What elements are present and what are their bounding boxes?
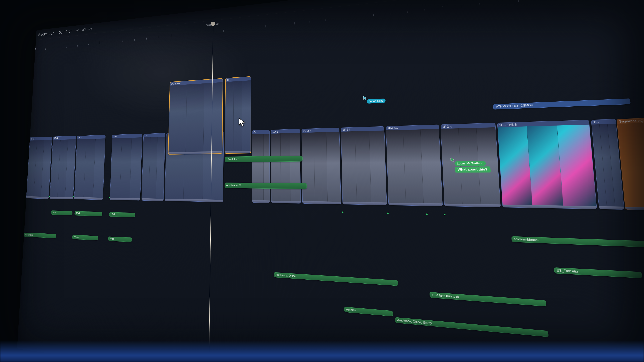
audio-clip[interactable]: 1F-4 luke bursts th [429,292,546,306]
svg-rect-5 [88,29,92,30]
collab-cursor-jacob: Jacob Elias [363,96,367,100]
video-clip[interactable]: 1F-4 [225,76,251,153]
audio-clip[interactable]: Ambience [24,232,56,238]
svg-rect-1 [78,29,79,31]
video-clip[interactable]: 1F-4 [50,136,76,199]
audio-clip[interactable]: 1F-4 [74,211,102,216]
audio-clip[interactable]: Ambience, Office, [274,272,398,286]
svg-rect-3 [84,28,85,30]
video-clip[interactable]: 1F-4 [74,135,106,200]
video-clip[interactable]: 1F-2 lu [440,123,500,207]
clip-connect-icon[interactable] [82,27,86,32]
clip-duration: 00:00:05 [59,29,72,35]
clip-label: 1F- [591,119,616,124]
clip-label: O- [252,130,270,134]
svg-rect-0 [76,30,77,31]
video-clip[interactable]: 1L-1 THE B [497,120,597,209]
video-clip[interactable]: 1F- [142,133,165,201]
collab-name: Jacob Elias [366,98,386,104]
video-clip[interactable]: 1O-2 h [301,128,341,204]
audio-clip[interactable]: sci-fi-ambience- [511,236,644,248]
timeline-view-buttons [76,26,93,32]
clip-label: Sequence HQ - Downtown Long Be [617,111,644,124]
timeline-area[interactable]: ATHMOSPHERICSMOK1F-21F-41F-41F-41F-O-1O-… [18,0,644,362]
keyframe-dot-icon[interactable] [444,214,446,215]
keyframe-dot-icon[interactable] [426,213,428,215]
audio-clip[interactable]: 1F-4 luke b [225,156,302,162]
video-clip[interactable]: 1F-2 l [341,126,387,205]
audio-clip[interactable]: Ambience, O [224,183,306,189]
keyframe-dot-icon[interactable] [49,196,50,197]
editor-panel: Backgroun… 00:00:05 [17,0,644,362]
audio-clip[interactable]: Ambience, Office, Empty, [395,317,548,337]
audio-clip[interactable]: Ambi [108,237,132,242]
title-clip[interactable]: ATHMOSPHERICSMOK [493,98,630,109]
video-clip[interactable]: 1F-4 [110,134,142,200]
keyframe-dot-icon[interactable] [342,211,344,213]
audio-clip[interactable]: 1F-4 [51,210,72,215]
clip-stack-icon[interactable] [88,26,93,31]
clip-name: Backgroun… [38,30,58,37]
video-clip[interactable]: 1O-5 hes [168,78,223,154]
selected-clip-info: Backgroun… 00:00:05 [38,29,72,37]
svg-rect-4 [89,28,92,29]
audio-clip[interactable]: 1F-4 [109,212,135,217]
video-clip[interactable]: 1O-2 [271,129,301,204]
keyframe-dot-icon[interactable] [387,213,388,214]
audio-clip[interactable]: ES_Transitio [554,267,642,278]
svg-rect-2 [82,29,84,31]
clip-appearance-icon[interactable] [76,28,80,32]
audio-clip[interactable]: Ambie [72,235,98,240]
audio-clip[interactable]: Ambien [344,307,393,316]
video-clip[interactable]: 1F-2 luk [386,124,442,206]
video-clip[interactable]: O- [252,130,270,203]
keyframe-dot-icon[interactable] [109,197,110,198]
keyframe-dot-icon[interactable] [73,196,74,197]
video-clip[interactable]: 1F-2 [26,137,52,199]
